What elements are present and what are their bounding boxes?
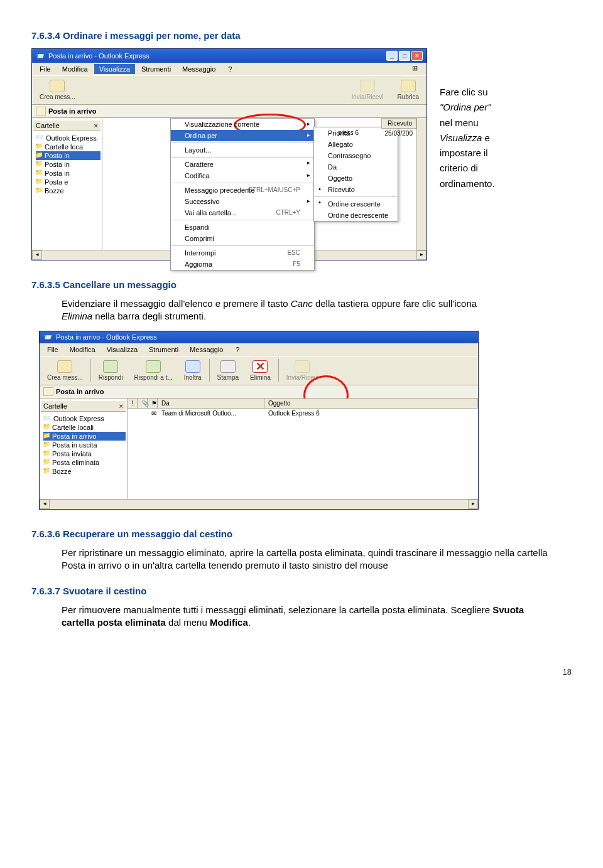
- vertical-scrollbar[interactable]: [416, 118, 426, 250]
- maximize-button[interactable]: □: [399, 51, 410, 61]
- close-button[interactable]: ✕: [411, 51, 423, 61]
- mi-vai-cartella[interactable]: Vai alla cartella...CTRL+Y: [171, 207, 314, 218]
- menu-modifica[interactable]: Modifica: [57, 64, 93, 74]
- col-da[interactable]: Da: [158, 399, 264, 408]
- mi-comprimi[interactable]: Comprimi: [171, 233, 314, 244]
- tree-posta-inviata[interactable]: Posta in: [36, 169, 100, 178]
- sort-da[interactable]: Da: [314, 161, 398, 173]
- sort-crescente[interactable]: Ordine crescente: [314, 196, 398, 210]
- tb-crea-label: Crea mess...: [40, 94, 75, 100]
- sort-contrassegno[interactable]: Contrassegno: [314, 150, 398, 161]
- horizontal-scrollbar-2[interactable]: ◂ ▸: [40, 499, 478, 509]
- address-book-icon: [401, 80, 416, 92]
- col-oggetto[interactable]: Oggetto: [264, 399, 478, 408]
- tb-inoltra[interactable]: Inoltra: [180, 359, 205, 382]
- menu-modifica[interactable]: Modifica: [65, 345, 100, 355]
- windows-logo-icon: ⊞: [405, 64, 424, 74]
- tree-posta-in-arrivo[interactable]: Posta in: [36, 151, 100, 160]
- screenshot-2: 📨 Posta in arrivo - Outlook Express File…: [39, 331, 572, 510]
- tb-invia-ricevi[interactable]: Invia/Ricevi: [347, 78, 387, 102]
- menu-strumenti[interactable]: Strumenti: [144, 345, 183, 355]
- tb-stampa[interactable]: Stampa: [214, 359, 242, 382]
- scroll-left-icon[interactable]: ◂: [40, 500, 50, 509]
- mi-msg-precedente[interactable]: Messaggio precedenteCTRL+MAIUSC+P: [171, 183, 314, 196]
- tb-elimina[interactable]: ✕Elimina: [246, 359, 274, 382]
- minimize-button[interactable]: _: [386, 51, 398, 61]
- tb-rispondi-tutti[interactable]: Rispondi a t...: [131, 359, 177, 382]
- heading-7635: 7.6.3.5 Cancellare un messaggio: [31, 279, 572, 290]
- sort-ricevuto[interactable]: Ricevuto: [314, 184, 398, 195]
- screenshot-1: 📨 Posta in arrivo - Outlook Express _ □ …: [31, 48, 427, 260]
- tree-bozze[interactable]: Bozze: [36, 186, 100, 195]
- mi-carattere[interactable]: Carattere: [171, 157, 314, 170]
- col-ricevuto[interactable]: Ricevuto: [381, 118, 417, 129]
- app-icon: 📨: [43, 333, 52, 341]
- delete-icon: ✕: [253, 360, 268, 373]
- tree-outlook-express[interactable]: Outlook Express: [36, 134, 100, 142]
- folders-close-icon[interactable]: ×: [119, 402, 123, 410]
- col-priority-icon[interactable]: !: [128, 399, 138, 408]
- folder-tree-2[interactable]: Outlook Express Cartelle locali Posta in…: [41, 414, 126, 476]
- tree-bozze[interactable]: Bozze: [43, 467, 126, 476]
- tree-posta-in-uscita[interactable]: Posta in uscita: [43, 441, 126, 449]
- sort-submenu[interactable]: Priorità Allegato Contrassegno Da Oggett…: [313, 127, 398, 222]
- tb-crea[interactable]: Crea mess...: [43, 359, 87, 382]
- menu-strumenti[interactable]: Strumenti: [136, 64, 176, 74]
- folders-close-icon[interactable]: ×: [94, 122, 98, 129]
- send-receive-icon: [295, 360, 310, 373]
- toolbar2: Crea mess... Rispondi Rispondi a t... In…: [40, 356, 478, 385]
- tree-cartelle-locali[interactable]: Cartelle locali: [43, 423, 126, 432]
- folder-tree[interactable]: Outlook Express Cartelle loca Posta in P…: [33, 134, 100, 195]
- tb-crea-label: Crea mess...: [47, 374, 83, 381]
- heading-7637: 7.6.3.7 Svuotare il cestino: [31, 586, 572, 596]
- tb-invia-label: Invia/Ricevi: [286, 374, 318, 381]
- menu-file[interactable]: File: [42, 345, 63, 355]
- page-number: 18: [31, 667, 572, 677]
- heading-7634: 7.6.3.4 Ordinare i messaggi per nome, pe…: [31, 30, 572, 41]
- view-menu-dropdown[interactable]: Visualizzazione corrente Ordina per Layo…: [170, 118, 315, 271]
- menu-visualizza[interactable]: Visualizza: [94, 64, 135, 74]
- tree-cartelle-locali[interactable]: Cartelle loca: [36, 142, 100, 151]
- titlebar: 📨 Posta in arrivo - Outlook Express _ □ …: [32, 49, 426, 63]
- message-row[interactable]: ✉ Team di Microsoft Outloo... Outlook Ex…: [128, 409, 478, 418]
- sort-allegato[interactable]: Allegato: [314, 139, 398, 150]
- tree-posta-eliminata[interactable]: Posta eliminata: [43, 458, 126, 467]
- tb-rubrica[interactable]: Rubrica: [394, 78, 423, 102]
- mi-visualizzazione-corrente[interactable]: Visualizzazione corrente: [171, 119, 314, 130]
- tb-crea-mess[interactable]: Crea mess...: [36, 78, 79, 102]
- menu-messaggio[interactable]: Messaggio: [185, 345, 228, 355]
- tree-posta-inviata[interactable]: Posta inviata: [43, 449, 126, 458]
- row-screenshot-and-text: 📨 Posta in arrivo - Outlook Express _ □ …: [31, 48, 572, 260]
- col-attachment-icon[interactable]: 📎: [138, 399, 148, 408]
- menu-visualizza[interactable]: Visualizza: [102, 345, 143, 355]
- location-bar-2: Posta in arrivo: [40, 385, 478, 399]
- menu-help[interactable]: ?: [231, 345, 244, 355]
- tb-invia-ricevi[interactable]: Invia/Ricevi: [283, 359, 322, 382]
- sort-decrescente[interactable]: Ordine decrescente: [314, 210, 398, 221]
- scroll-right-icon[interactable]: ▸: [416, 250, 426, 260]
- scroll-right-icon[interactable]: ▸: [468, 500, 478, 509]
- tree-posta-eliminata[interactable]: Posta e: [36, 178, 100, 186]
- inbox-icon: [43, 387, 53, 396]
- tb-elimina-label: Elimina: [250, 374, 271, 381]
- col-flag-icon[interactable]: ⚑: [148, 399, 158, 408]
- mi-layout[interactable]: Layout...: [171, 142, 314, 156]
- mi-codifica[interactable]: Codifica: [171, 170, 314, 181]
- mi-espandi[interactable]: Espandi: [171, 220, 314, 233]
- tree-outlook-express[interactable]: Outlook Express: [43, 414, 126, 423]
- menu-file[interactable]: File: [35, 64, 56, 74]
- location-text: Posta in arrivo: [48, 107, 96, 115]
- mi-ordina-per[interactable]: Ordina per: [171, 130, 314, 141]
- mi-aggiorna[interactable]: AggiornaF5: [171, 259, 314, 270]
- tree-posta-in-uscita[interactable]: Posta in: [36, 160, 100, 169]
- text-7636: Per ripristinare un messaggio eliminato,…: [62, 547, 559, 572]
- mi-successivo[interactable]: Successivo: [171, 196, 314, 207]
- tree-posta-in-arrivo[interactable]: Posta in arrivo: [43, 432, 126, 441]
- menu-help[interactable]: ?: [223, 64, 237, 74]
- scroll-left-icon[interactable]: ◂: [32, 250, 42, 260]
- tb-rispondi[interactable]: Rispondi: [95, 359, 127, 382]
- sort-oggetto[interactable]: Oggetto: [314, 173, 398, 184]
- mi-interrompi[interactable]: InterrompiESC: [171, 245, 314, 259]
- menu-messaggio[interactable]: Messaggio: [177, 64, 220, 74]
- reply-all-icon: [146, 360, 161, 373]
